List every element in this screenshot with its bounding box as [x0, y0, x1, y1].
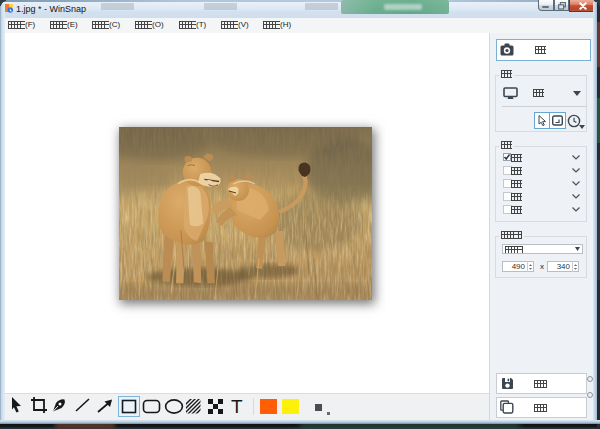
svg-text:T: T: [231, 396, 243, 417]
